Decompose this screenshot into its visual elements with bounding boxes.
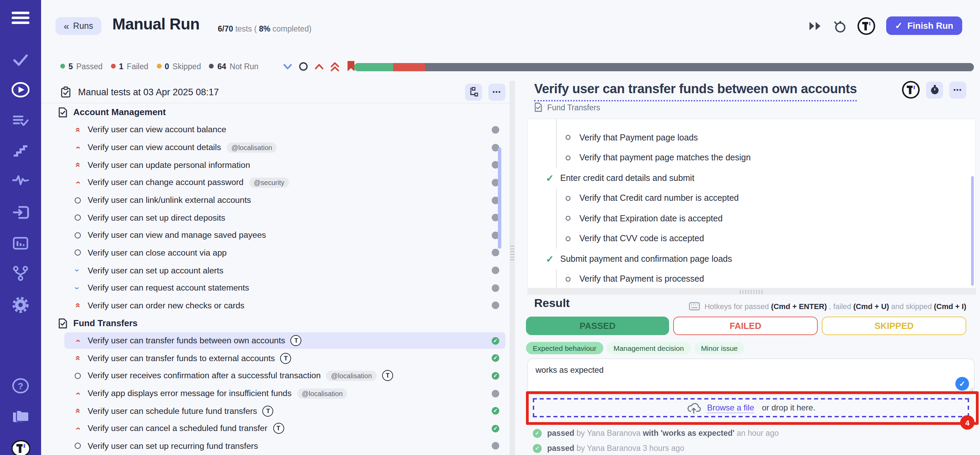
test-title: Verify user can change account password: [88, 178, 243, 187]
test-list-row[interactable]: Verify user can order new checks or card…: [41, 297, 515, 314]
automated-t-icon: T: [262, 406, 274, 416]
test-list-row[interactable]: Verify user receives confirmation after …: [41, 367, 515, 385]
priority-icon: [73, 373, 82, 379]
summary-label: Failed: [127, 62, 148, 70]
horizontal-splitter[interactable]: [527, 289, 976, 295]
browse-file-link[interactable]: Browse a file: [707, 402, 754, 413]
test-step[interactable]: Verify that Payment page loads: [556, 128, 975, 148]
app-window: ? « Runs Manual Run 6/70 tests ( 8% comp…: [0, 0, 980, 455]
summary-count: 5: [68, 62, 73, 70]
testomat-logo-icon[interactable]: [0, 439, 41, 455]
test-title: Verify user can update personal informat…: [88, 160, 250, 169]
stopwatch-button[interactable]: [926, 81, 943, 98]
runs-play-icon[interactable]: [0, 81, 41, 99]
test-step[interactable]: Verify that CVV code is accepted: [556, 228, 975, 249]
result-button[interactable]: SKIPPED: [822, 316, 966, 335]
fast-forward-icon[interactable]: [809, 21, 822, 30]
chevron-up-filter-icon[interactable]: [315, 61, 324, 71]
priority-icon: [73, 389, 82, 398]
result-tag[interactable]: Minor issue: [694, 342, 745, 354]
test-list-row[interactable]: Verify user can view and manage saved pa…: [41, 227, 515, 244]
test-step[interactable]: Verify that Expiration date is accepted: [556, 208, 975, 228]
status-dot-icon: [111, 64, 116, 69]
tree-view-button[interactable]: [465, 83, 482, 101]
finish-run-button[interactable]: ✓ Finish Run: [886, 16, 962, 35]
settings-gear-icon[interactable]: [0, 296, 41, 314]
test-row-content: Verify user can transfer funds to extern…: [41, 353, 515, 364]
progress-segment: [425, 63, 974, 71]
test-list-row[interactable]: Fund Transfers: [41, 314, 515, 332]
analytics-icon[interactable]: [0, 235, 41, 251]
menu-icon[interactable]: [0, 11, 41, 25]
result-button[interactable]: PASSED: [526, 316, 669, 335]
test-list-row[interactable]: Verify user can request account statemen…: [41, 279, 515, 297]
test-row-content: Verify user can view account balance: [41, 125, 515, 135]
chevron-down-filter-icon[interactable]: [283, 61, 293, 71]
left-panel-scrollbar[interactable]: [498, 147, 501, 249]
test-list-row[interactable]: Verify user can cancel a scheduled fund …: [41, 420, 515, 437]
checks-icon[interactable]: [0, 51, 41, 68]
drop-hint-text: or drop it here.: [759, 403, 815, 412]
double-chevron-left-icon: «: [64, 21, 68, 32]
testomat-badge-icon[interactable]: [858, 17, 875, 35]
step-text: Verify that payment page matches the des…: [579, 153, 751, 163]
test-list-row[interactable]: Verify user can view account details @lo…: [41, 139, 515, 156]
test-list-row[interactable]: Verify user can set up direct deposits: [41, 209, 515, 227]
result-tag[interactable]: Management decision: [607, 342, 690, 354]
test-step[interactable]: Verify that payment page matches the des…: [556, 148, 975, 168]
panel-resize-handle[interactable]: [510, 244, 514, 260]
test-tag: @localisation: [297, 388, 348, 399]
result-tag[interactable]: Expected behaviour: [526, 342, 603, 354]
test-list-row[interactable]: Verify user can close account via app: [41, 244, 515, 262]
circle-filter-icon[interactable]: [299, 61, 309, 71]
test-step[interactable]: Enter credit card details and submit: [528, 168, 975, 188]
test-list-row[interactable]: Verify user can set up account alerts: [41, 262, 515, 279]
back-to-runs-button[interactable]: « Runs: [56, 17, 101, 35]
test-list-row[interactable]: Verify user can transfer funds between o…: [41, 332, 515, 350]
test-list-row[interactable]: Verify user can link/unlink external acc…: [41, 191, 515, 209]
branch-icon[interactable]: [0, 265, 41, 282]
test-title: Verify user can view account details: [88, 142, 221, 152]
file-drop-zone[interactable]: Browse a file or drop it here.: [533, 398, 969, 417]
status-dot-icon: [156, 64, 161, 69]
test-row-content: Verify user receives confirmation after …: [41, 370, 515, 382]
test-list-row[interactable]: Verify app displays error message for in…: [41, 385, 515, 402]
hotkey-segment: Hotkeys for passed: [704, 302, 771, 310]
test-list-row[interactable]: Verify user can view account balance: [41, 121, 515, 139]
test-list-row[interactable]: Verify user can change account password …: [41, 174, 515, 191]
test-step[interactable]: Submit payment and confirmation page loa…: [528, 249, 975, 269]
double-chevron-up-filter-icon[interactable]: [331, 61, 340, 72]
test-step[interactable]: Verify that Payment is processed: [556, 269, 975, 289]
test-list-row[interactable]: Verify user can schedule future fund tra…: [41, 402, 515, 420]
activity-pulse-icon[interactable]: [0, 173, 41, 187]
help-icon[interactable]: ?: [0, 377, 41, 395]
test-steps-panel: Verify that Payment page loads Verify th…: [527, 118, 976, 289]
import-icon[interactable]: [0, 204, 41, 221]
test-row-content: Verify user can transfer funds between o…: [41, 335, 515, 346]
breadcrumb[interactable]: Fund Transfers: [534, 102, 600, 112]
step-text: Verify that Payment is processed: [579, 275, 704, 284]
step-text: Verify that Payment page loads: [579, 133, 698, 142]
detail-more-options-button[interactable]: •••: [949, 81, 966, 98]
priority-icon: [73, 406, 82, 415]
test-list-row[interactable]: Verify user can transfer funds to extern…: [41, 350, 515, 367]
test-list-row[interactable]: Verify user can set up recurring fund tr…: [41, 437, 515, 455]
projects-folders-icon[interactable]: [0, 408, 41, 426]
more-options-button[interactable]: •••: [488, 83, 506, 101]
hotkeys-hint: Hotkeys for passed (Cmd + ENTER) , faile…: [689, 302, 966, 310]
test-row-content: Verify user can set up recurring fund tr…: [41, 441, 515, 451]
test-tag: @security: [249, 177, 289, 188]
testomat-t-icon[interactable]: [902, 81, 920, 99]
test-list-row[interactable]: Verify user can update personal informat…: [41, 156, 515, 174]
test-plans-icon[interactable]: [0, 112, 41, 129]
test-title: Verify user can transfer funds between o…: [88, 336, 285, 345]
test-step[interactable]: Verify that Credit card number is accept…: [556, 188, 975, 208]
comment-input[interactable]: works as expected ✓: [527, 358, 975, 395]
test-list-row[interactable]: Account Management: [41, 104, 515, 121]
back-to-runs-label: Runs: [73, 21, 93, 31]
steps-scrollbar[interactable]: [971, 176, 974, 286]
timer-icon[interactable]: [833, 19, 846, 32]
suite-row: Fund Transfers: [41, 318, 515, 329]
result-button[interactable]: FAILED: [673, 316, 818, 335]
steps-icon[interactable]: [0, 142, 41, 159]
